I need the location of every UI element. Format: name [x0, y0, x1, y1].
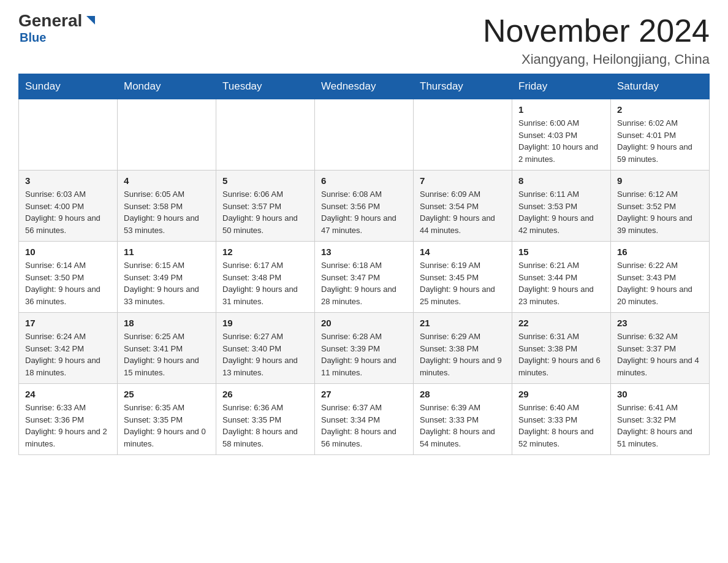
- calendar-cell: 22Sunrise: 6:31 AM Sunset: 3:38 PM Dayli…: [512, 313, 611, 384]
- calendar-cell: 3Sunrise: 6:03 AM Sunset: 4:00 PM Daylig…: [19, 170, 118, 242]
- day-info: Sunrise: 6:14 AM Sunset: 3:50 PM Dayligh…: [25, 259, 111, 307]
- day-info: Sunrise: 6:25 AM Sunset: 3:41 PM Dayligh…: [124, 331, 210, 378]
- day-number: 1: [518, 104, 604, 115]
- weekday-header-thursday: Thursday: [414, 74, 512, 99]
- day-info: Sunrise: 6:15 AM Sunset: 3:49 PM Dayligh…: [124, 259, 210, 307]
- calendar-week-row: 10Sunrise: 6:14 AM Sunset: 3:50 PM Dayli…: [19, 242, 710, 313]
- logo-main-text: General: [18, 12, 82, 29]
- calendar-cell: 15Sunrise: 6:21 AM Sunset: 3:44 PM Dayli…: [512, 242, 611, 313]
- day-info: Sunrise: 6:37 AM Sunset: 3:34 PM Dayligh…: [321, 402, 407, 450]
- calendar-cell: 1Sunrise: 6:00 AM Sunset: 4:03 PM Daylig…: [512, 99, 611, 170]
- day-info: Sunrise: 6:18 AM Sunset: 3:47 PM Dayligh…: [321, 259, 407, 307]
- calendar-cell: 25Sunrise: 6:35 AM Sunset: 3:35 PM Dayli…: [118, 384, 216, 455]
- calendar-week-row: 24Sunrise: 6:33 AM Sunset: 3:36 PM Dayli…: [19, 384, 710, 455]
- day-info: Sunrise: 6:06 AM Sunset: 3:57 PM Dayligh…: [222, 188, 308, 236]
- day-number: 23: [617, 318, 703, 328]
- day-info: Sunrise: 6:36 AM Sunset: 3:35 PM Dayligh…: [222, 402, 308, 450]
- day-number: 28: [420, 389, 506, 399]
- day-info: Sunrise: 6:21 AM Sunset: 3:44 PM Dayligh…: [518, 259, 604, 307]
- weekday-header-row: SundayMondayTuesdayWednesdayThursdayFrid…: [19, 74, 710, 99]
- day-number: 12: [222, 247, 308, 257]
- calendar-cell: 14Sunrise: 6:19 AM Sunset: 3:45 PM Dayli…: [414, 242, 512, 313]
- day-info: Sunrise: 6:40 AM Sunset: 3:33 PM Dayligh…: [518, 402, 604, 450]
- day-number: 9: [617, 175, 703, 186]
- calendar-cell: 19Sunrise: 6:27 AM Sunset: 3:40 PM Dayli…: [216, 313, 315, 384]
- month-title: November 2024: [483, 12, 710, 49]
- day-number: 10: [25, 247, 111, 257]
- day-number: 3: [25, 175, 111, 186]
- location-title: Xiangyang, Heilongjiang, China: [483, 52, 710, 67]
- weekday-header-wednesday: Wednesday: [315, 74, 414, 99]
- day-number: 25: [124, 389, 210, 399]
- svg-marker-0: [86, 16, 95, 25]
- calendar-cell: 7Sunrise: 6:09 AM Sunset: 3:54 PM Daylig…: [414, 170, 512, 242]
- calendar-cell: 28Sunrise: 6:39 AM Sunset: 3:33 PM Dayli…: [414, 384, 512, 455]
- calendar-cell: [414, 99, 512, 170]
- day-info: Sunrise: 6:11 AM Sunset: 3:53 PM Dayligh…: [518, 188, 604, 236]
- calendar-cell: [315, 99, 414, 170]
- calendar-cell: 24Sunrise: 6:33 AM Sunset: 3:36 PM Dayli…: [19, 384, 118, 455]
- day-number: 14: [420, 247, 506, 257]
- day-number: 24: [25, 389, 111, 399]
- day-number: 18: [124, 318, 210, 328]
- day-number: 16: [617, 247, 703, 257]
- day-number: 26: [222, 389, 308, 399]
- day-number: 7: [420, 175, 506, 186]
- day-number: 19: [222, 318, 308, 328]
- weekday-header-sunday: Sunday: [19, 74, 118, 99]
- calendar-cell: 13Sunrise: 6:18 AM Sunset: 3:47 PM Dayli…: [315, 242, 414, 313]
- day-info: Sunrise: 6:09 AM Sunset: 3:54 PM Dayligh…: [420, 188, 506, 236]
- day-number: 22: [518, 318, 604, 328]
- calendar-cell: 4Sunrise: 6:05 AM Sunset: 3:58 PM Daylig…: [118, 170, 216, 242]
- calendar-cell: 18Sunrise: 6:25 AM Sunset: 3:41 PM Dayli…: [118, 313, 216, 384]
- calendar-cell: 12Sunrise: 6:17 AM Sunset: 3:48 PM Dayli…: [216, 242, 315, 313]
- calendar-cell: 23Sunrise: 6:32 AM Sunset: 3:37 PM Dayli…: [611, 313, 710, 384]
- day-number: 11: [124, 247, 210, 257]
- logo-triangle-icon: [84, 13, 97, 27]
- day-number: 8: [518, 175, 604, 186]
- calendar-cell: 26Sunrise: 6:36 AM Sunset: 3:35 PM Dayli…: [216, 384, 315, 455]
- page-header: General Blue November 2024 Xiangyang, He…: [18, 12, 710, 67]
- calendar-cell: 5Sunrise: 6:06 AM Sunset: 3:57 PM Daylig…: [216, 170, 315, 242]
- calendar-cell: 2Sunrise: 6:02 AM Sunset: 4:01 PM Daylig…: [611, 99, 710, 170]
- calendar-cell: 6Sunrise: 6:08 AM Sunset: 3:56 PM Daylig…: [315, 170, 414, 242]
- calendar-cell: [19, 99, 118, 170]
- day-number: 29: [518, 389, 604, 399]
- calendar-cell: 11Sunrise: 6:15 AM Sunset: 3:49 PM Dayli…: [118, 242, 216, 313]
- calendar-table: SundayMondayTuesdayWednesdayThursdayFrid…: [18, 74, 710, 455]
- day-number: 15: [518, 247, 604, 257]
- day-info: Sunrise: 6:39 AM Sunset: 3:33 PM Dayligh…: [420, 402, 506, 450]
- day-info: Sunrise: 6:17 AM Sunset: 3:48 PM Dayligh…: [222, 259, 308, 307]
- calendar-cell: 29Sunrise: 6:40 AM Sunset: 3:33 PM Dayli…: [512, 384, 611, 455]
- calendar-cell: 21Sunrise: 6:29 AM Sunset: 3:38 PM Dayli…: [414, 313, 512, 384]
- weekday-header-friday: Friday: [512, 74, 611, 99]
- weekday-header-monday: Monday: [118, 74, 216, 99]
- calendar-cell: 9Sunrise: 6:12 AM Sunset: 3:52 PM Daylig…: [611, 170, 710, 242]
- calendar-cell: 16Sunrise: 6:22 AM Sunset: 3:43 PM Dayli…: [611, 242, 710, 313]
- logo: General Blue: [18, 12, 97, 45]
- day-number: 5: [222, 175, 308, 186]
- day-info: Sunrise: 6:24 AM Sunset: 3:42 PM Dayligh…: [25, 331, 111, 378]
- day-info: Sunrise: 6:31 AM Sunset: 3:38 PM Dayligh…: [518, 331, 604, 378]
- calendar-cell: 30Sunrise: 6:41 AM Sunset: 3:32 PM Dayli…: [611, 384, 710, 455]
- calendar-cell: 17Sunrise: 6:24 AM Sunset: 3:42 PM Dayli…: [19, 313, 118, 384]
- day-info: Sunrise: 6:35 AM Sunset: 3:35 PM Dayligh…: [124, 402, 210, 450]
- calendar-cell: [118, 99, 216, 170]
- day-number: 30: [617, 389, 703, 399]
- day-number: 13: [321, 247, 407, 257]
- day-info: Sunrise: 6:33 AM Sunset: 3:36 PM Dayligh…: [25, 402, 111, 450]
- day-number: 2: [617, 104, 703, 115]
- day-number: 4: [124, 175, 210, 186]
- calendar-cell: [216, 99, 315, 170]
- day-number: 21: [420, 318, 506, 328]
- calendar-cell: 27Sunrise: 6:37 AM Sunset: 3:34 PM Dayli…: [315, 384, 414, 455]
- calendar-cell: 8Sunrise: 6:11 AM Sunset: 3:53 PM Daylig…: [512, 170, 611, 242]
- logo-sub-text: Blue: [20, 31, 46, 45]
- calendar-week-row: 17Sunrise: 6:24 AM Sunset: 3:42 PM Dayli…: [19, 313, 710, 384]
- title-block: November 2024 Xiangyang, Heilongjiang, C…: [483, 12, 710, 67]
- day-info: Sunrise: 6:02 AM Sunset: 4:01 PM Dayligh…: [617, 117, 703, 165]
- day-info: Sunrise: 6:29 AM Sunset: 3:38 PM Dayligh…: [420, 331, 506, 378]
- day-info: Sunrise: 6:03 AM Sunset: 4:00 PM Dayligh…: [25, 188, 111, 236]
- day-info: Sunrise: 6:27 AM Sunset: 3:40 PM Dayligh…: [222, 331, 308, 378]
- day-info: Sunrise: 6:22 AM Sunset: 3:43 PM Dayligh…: [617, 259, 703, 307]
